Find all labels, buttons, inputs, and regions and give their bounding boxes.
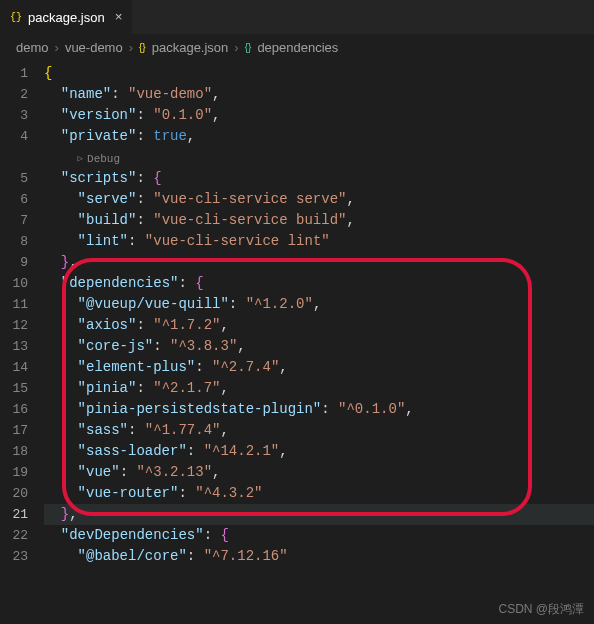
breadcrumb-symbol[interactable]: dependencies [257,40,338,55]
editor[interactable]: 1 2 3 4 5 6 7 8 9 10 11 12 13 14 15 16 1… [0,59,594,567]
breadcrumb-folder[interactable]: demo [16,40,49,55]
line-gutter: 1 2 3 4 5 6 7 8 9 10 11 12 13 14 15 16 1… [0,63,44,567]
json-icon: {} [10,12,22,23]
watermark: CSDN @段鸿潭 [498,601,584,618]
play-icon: ▷ [78,149,83,170]
braces-icon: {} [245,42,252,53]
breadcrumb[interactable]: demo › vue-demo › {} package.json › {} d… [0,35,594,59]
chevron-right-icon: › [234,40,238,55]
code-area[interactable]: { "name": "vue-demo", "version": "0.1.0"… [44,63,594,567]
tab-label: package.json [28,10,105,25]
tab-package-json[interactable]: {} package.json × [0,0,132,34]
breadcrumb-file[interactable]: package.json [152,40,229,55]
breadcrumb-folder[interactable]: vue-demo [65,40,123,55]
chevron-right-icon: › [55,40,59,55]
chevron-right-icon: › [129,40,133,55]
debug-hint[interactable]: ▷ Debug [78,149,120,170]
tabs-bar: {} package.json × [0,0,594,35]
json-icon: {} [139,42,146,53]
close-icon[interactable]: × [115,10,123,25]
